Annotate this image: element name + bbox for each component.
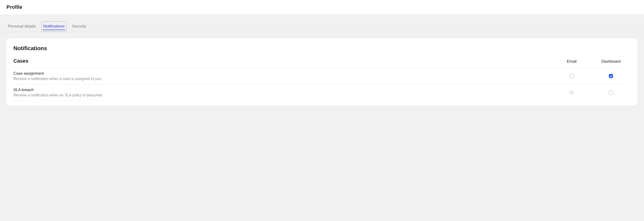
checkbox-case-assignment-dashboard[interactable]	[609, 74, 613, 78]
notifications-card: Notifications Cases Email Dashboard Case…	[6, 38, 638, 106]
content-area: Personal details Notifications Security …	[0, 14, 644, 221]
pref-title: SLA breach	[14, 88, 552, 92]
page-header: Profile	[0, 0, 644, 14]
pref-description: Receive a notification when a case is as…	[14, 77, 552, 81]
pref-cell-dashboard	[591, 74, 630, 78]
tab-notifications[interactable]: Notifications	[42, 21, 66, 32]
pref-row-sla-breach: SLA breach Receive a notification when a…	[14, 84, 630, 101]
pref-cell-email	[552, 74, 591, 78]
checkbox-sla-breach-dashboard[interactable]	[609, 90, 613, 94]
pref-title: Case assignment	[14, 71, 552, 76]
section-title: Cases	[14, 58, 552, 64]
tab-security[interactable]: Security	[71, 21, 88, 32]
checkbox-case-assignment-email[interactable]	[570, 74, 574, 78]
pref-cell-email	[552, 90, 591, 94]
pref-cell-dashboard	[591, 90, 630, 94]
column-header-email: Email	[552, 59, 591, 64]
page-title: Profile	[6, 4, 638, 10]
check-icon	[610, 75, 612, 78]
tabs: Personal details Notifications Security	[0, 14, 644, 32]
checkbox-sla-breach-email	[570, 90, 574, 94]
pref-text: Case assignment Receive a notification w…	[14, 71, 552, 81]
pref-text: SLA breach Receive a notification when a…	[14, 88, 552, 97]
column-header-dashboard: Dashboard	[591, 59, 630, 64]
pref-row-case-assignment: Case assignment Receive a notification w…	[14, 68, 630, 84]
tab-personal-details[interactable]: Personal details	[6, 21, 37, 32]
card-title: Notifications	[14, 45, 630, 52]
pref-description: Receive a notification when an SLA polic…	[14, 93, 552, 97]
section-header-row: Cases Email Dashboard	[14, 58, 630, 68]
